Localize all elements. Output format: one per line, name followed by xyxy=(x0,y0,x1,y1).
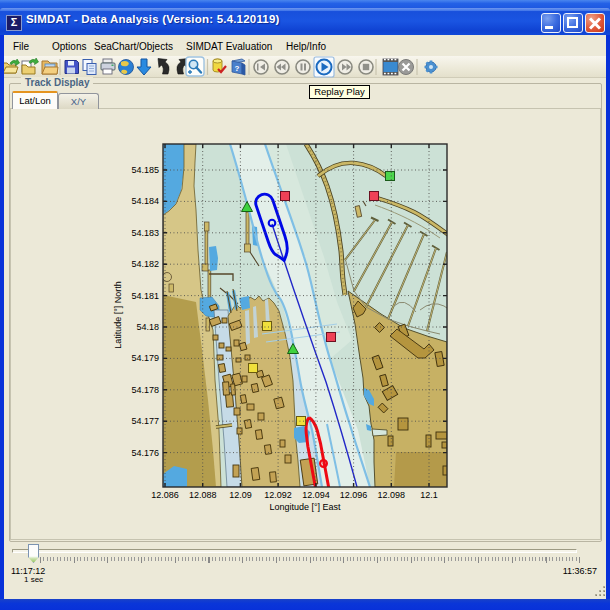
svg-text:?: ? xyxy=(235,64,240,73)
svg-text:12.1: 12.1 xyxy=(420,490,438,500)
svg-text:12.088: 12.088 xyxy=(189,490,217,500)
svg-text:54.178: 54.178 xyxy=(131,385,159,395)
svg-text:Latitude [°] North: Latitude [°] North xyxy=(113,281,123,349)
svg-text:54.177: 54.177 xyxy=(131,416,159,426)
svg-text:54.185: 54.185 xyxy=(131,165,159,175)
svg-text:Longitude [°] East: Longitude [°] East xyxy=(269,502,341,512)
svg-text:12.094: 12.094 xyxy=(302,490,330,500)
svg-text:12.09: 12.09 xyxy=(229,490,252,500)
svg-text:54.181: 54.181 xyxy=(131,291,159,301)
svg-text:54.184: 54.184 xyxy=(131,196,159,206)
svg-text:54.182: 54.182 xyxy=(131,259,159,269)
svg-text:54.179: 54.179 xyxy=(131,353,159,363)
svg-text:12.096: 12.096 xyxy=(340,490,368,500)
svg-text:54.18: 54.18 xyxy=(136,322,159,332)
svg-text:12.086: 12.086 xyxy=(151,490,179,500)
svg-text:12.092: 12.092 xyxy=(264,490,292,500)
svg-text:54.176: 54.176 xyxy=(131,448,159,458)
svg-text:54.183: 54.183 xyxy=(131,228,159,238)
svg-text:12.098: 12.098 xyxy=(378,490,406,500)
